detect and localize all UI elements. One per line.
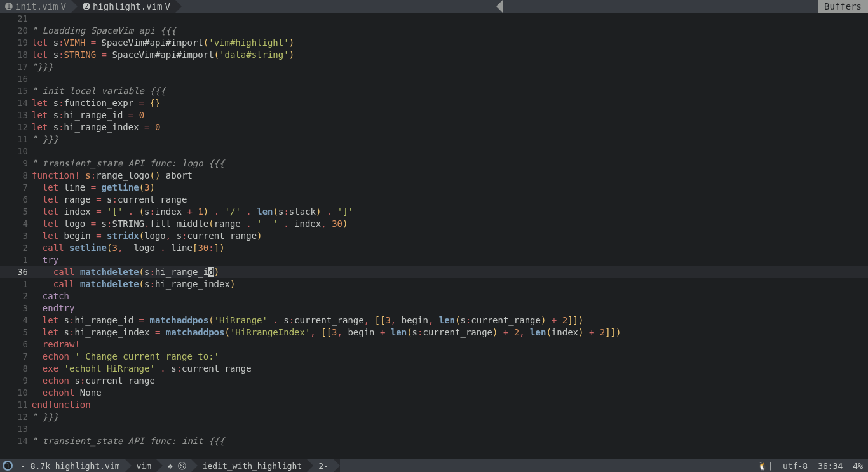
code-content: " }}}: [32, 133, 868, 145]
code-line[interactable]: 11endfunction: [0, 399, 868, 411]
line-number: 3: [0, 230, 32, 242]
line-number: 20: [0, 25, 32, 37]
code-line[interactable]: 11" }}}: [0, 133, 868, 145]
code-line[interactable]: 8 exe 'echohl HiRrange' . s:current_rang…: [0, 363, 868, 375]
window-number-badge: ➊: [3, 461, 13, 471]
code-line[interactable]: 4 let s:hi_range_id = matchaddpos('HiRra…: [0, 314, 868, 327]
code-line[interactable]: 14let s:function_expr = {}: [0, 97, 868, 109]
vim-icon: V: [165, 1, 170, 13]
line-number: 14: [0, 97, 32, 109]
line-number: 9: [0, 158, 32, 170]
code-line[interactable]: 18let s:STRING = SpaceVim#api#import('da…: [0, 49, 868, 61]
code-content: exe 'echohl HiRrange' . s:current_range: [32, 363, 868, 375]
code-content: echon ' Change current range to:': [32, 351, 868, 363]
buffers-separator: [496, 0, 503, 13]
tabline: ➊ init.vim V ➋ highlight.vim V Buffers: [0, 0, 868, 13]
code-content: echon s:current_range: [32, 375, 868, 387]
code-line[interactable]: 2 catch: [0, 290, 868, 302]
code-line[interactable]: 2 call setline(3, logo . line[30:]): [0, 242, 868, 254]
line-number: 7: [0, 351, 32, 363]
code-content: let s:function_expr = {}: [32, 97, 868, 109]
code-line[interactable]: 21: [0, 13, 868, 25]
code-content: let s:VIMH = SpaceVim#api#import('vim#hi…: [32, 37, 868, 49]
editor-pane[interactable]: 2120" Loadding SpaceVim api {{{19let s:V…: [0, 13, 868, 459]
code-content: " transient_state API func: init {{{: [32, 435, 868, 447]
code-line[interactable]: 7 let line = getline(3): [0, 182, 868, 194]
code-content: catch: [32, 290, 868, 302]
status-spell: ❖ Ⓢ: [163, 459, 191, 472]
tab-init-vim[interactable]: ➊ init.vim V: [0, 0, 71, 13]
code-line[interactable]: 7 echon ' Change current range to:': [0, 351, 868, 363]
code-line[interactable]: 6 let range = s:current_range: [0, 194, 868, 206]
code-content: [32, 13, 868, 25]
code-line[interactable]: 9 echon s:current_range: [0, 375, 868, 387]
tab-separator: [175, 0, 182, 13]
code-content: " }}}: [32, 411, 868, 423]
code-line[interactable]: 3 let begin = stridx(logo, s:current_ran…: [0, 230, 868, 242]
line-number: 18: [0, 49, 32, 61]
code-line[interactable]: 19let s:VIMH = SpaceVim#api#import('vim#…: [0, 37, 868, 49]
code-line[interactable]: 13: [0, 423, 868, 435]
code-content: try: [32, 254, 868, 266]
line-number: 4: [0, 218, 32, 230]
code-line[interactable]: 15" init local variable {{{: [0, 85, 868, 97]
line-number: 2: [0, 290, 32, 302]
buffers-label[interactable]: Buffers: [818, 0, 868, 13]
code-line[interactable]: 20" Loadding SpaceVim api {{{: [0, 25, 868, 37]
line-number: 10: [0, 387, 32, 399]
code-line[interactable]: 36 call matchdelete(s:hi_range_id): [0, 266, 868, 278]
code-content: " init local variable {{{: [32, 85, 868, 97]
code-line[interactable]: 5 let s:hi_range_index = matchaddpos('Hi…: [0, 327, 868, 339]
code-line[interactable]: 13let s:hi_range_id = 0: [0, 109, 868, 121]
code-content: let s:hi_range_id = matchaddpos('HiRrang…: [32, 314, 868, 327]
code-line[interactable]: 8function! s:range_logo() abort: [0, 170, 868, 182]
line-number: 16: [0, 73, 32, 85]
line-number: 13: [0, 423, 32, 435]
code-content: let line = getline(3): [32, 182, 868, 194]
status-branch: iedit_with_highlight: [198, 459, 308, 472]
line-number: 9: [0, 375, 32, 387]
code-content: let s:hi_range_id = 0: [32, 109, 868, 121]
code-line[interactable]: 17"}}}: [0, 61, 868, 73]
code-line[interactable]: 5 let index = '[' . (s:index + 1) . '/' …: [0, 206, 868, 218]
line-number: 6: [0, 194, 32, 206]
code-content: [32, 145, 868, 158]
code-line[interactable]: 1 try: [0, 254, 868, 266]
line-number: 19: [0, 37, 32, 49]
line-number: 5: [0, 206, 32, 218]
status-encoding: utf-8: [778, 459, 813, 472]
line-number: 12: [0, 121, 32, 133]
code-content: let s:hi_range_index = 0: [32, 121, 868, 133]
line-number: 11: [0, 399, 32, 411]
code-line[interactable]: 9" transient_state API func: logo {{{: [0, 158, 868, 170]
code-line[interactable]: 16: [0, 73, 868, 85]
status-file-info: - 8.7k highlight.vim: [15, 459, 125, 472]
code-line[interactable]: 1 call matchdelete(s:hi_range_index): [0, 278, 868, 290]
code-line[interactable]: 10 echohl None: [0, 387, 868, 399]
status-filetype: vim: [132, 459, 156, 472]
tab-highlight-vim[interactable]: ➋ highlight.vim V: [78, 0, 175, 13]
vim-icon: V: [60, 1, 65, 13]
code-content: let s:STRING = SpaceVim#api#import('data…: [32, 49, 868, 61]
code-content: let logo = s:STRING.fill_middle(range . …: [32, 218, 868, 230]
code-line[interactable]: 12" }}}: [0, 411, 868, 423]
code-line[interactable]: 12let s:hi_range_index = 0: [0, 121, 868, 133]
line-number: 3: [0, 302, 32, 314]
code-content: echohl None: [32, 387, 868, 399]
line-number: 8: [0, 363, 32, 375]
code-line[interactable]: 6 redraw!: [0, 339, 868, 351]
code-line[interactable]: 3 endtry: [0, 302, 868, 314]
line-number: 2: [0, 242, 32, 254]
code-line[interactable]: 10: [0, 145, 868, 158]
line-number: 4: [0, 314, 32, 327]
status-percent: 4%: [848, 459, 868, 472]
line-number: 8: [0, 170, 32, 182]
line-number: 10: [0, 145, 32, 158]
line-number: 7: [0, 182, 32, 194]
code-line[interactable]: 14" transient_state API func: init {{{: [0, 435, 868, 447]
line-number: 17: [0, 61, 32, 73]
status-separator: [191, 459, 198, 472]
code-content: redraw!: [32, 339, 868, 351]
code-line[interactable]: 4 let logo = s:STRING.fill_middle(range …: [0, 218, 868, 230]
status-separator: [125, 459, 132, 472]
